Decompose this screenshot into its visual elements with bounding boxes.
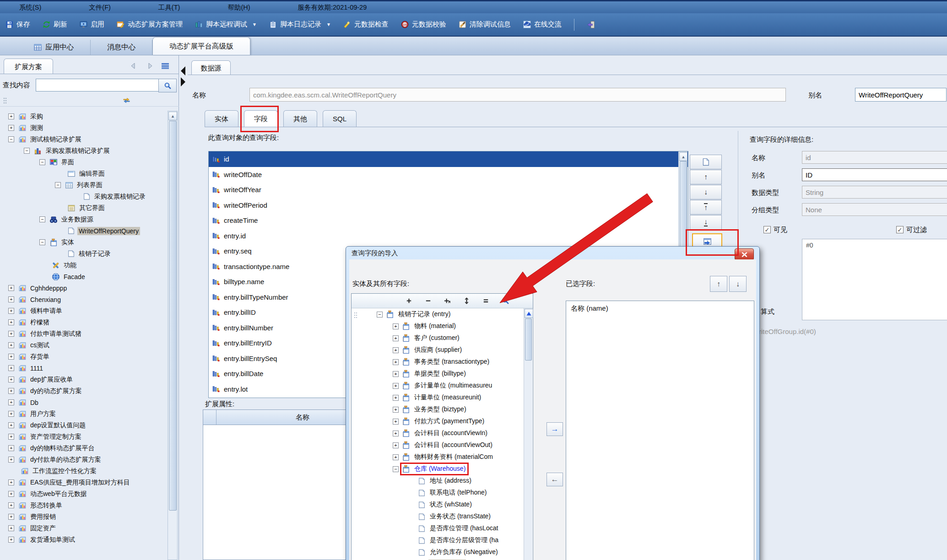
expand-icon[interactable]: + (8, 113, 14, 119)
entity-tree-item[interactable]: −核销子记录 (entry) (352, 308, 533, 320)
expand-icon[interactable]: + (8, 125, 14, 131)
expand-node-icon[interactable] (406, 297, 412, 304)
query-field-row[interactable]: entry.id (209, 228, 688, 244)
tree-item[interactable]: +动态web平台元数据 (1, 488, 168, 500)
expand-icon[interactable]: + (8, 491, 14, 497)
expand-icon[interactable]: + (8, 342, 14, 348)
expand-right-icon[interactable] (180, 77, 186, 87)
expand-icon[interactable]: + (8, 457, 14, 463)
entity-tree-item[interactable]: +物料 (material) (352, 320, 533, 332)
collapse-icon[interactable]: − (39, 159, 45, 165)
checkbox[interactable]: ✓ (763, 226, 771, 233)
scrollbar-thumb[interactable] (525, 318, 532, 361)
entity-tree-scrollbar[interactable] (524, 308, 532, 560)
dropdown-caret-icon[interactable]: ▼ (326, 22, 331, 27)
entity-tree-item[interactable]: +会计科目 (accountViewIn) (352, 427, 533, 439)
move-up-button[interactable]: ↑ (710, 276, 727, 292)
tree-item[interactable]: +资产管理定制方案 (1, 431, 168, 442)
tree-item[interactable]: +费用报销 (1, 511, 168, 522)
tree-item[interactable]: +Db (1, 397, 168, 408)
search-icon[interactable] (502, 297, 509, 305)
menu-item[interactable]: 工具(T) (158, 3, 180, 12)
list-menu-icon[interactable] (161, 63, 169, 70)
move-down-button[interactable]: ↓ (690, 185, 722, 199)
toolbar-button[interactable]: 脚本远程调试▼ (195, 20, 257, 29)
tree-item[interactable]: +dy付款单的动态扩展方案 (1, 454, 168, 465)
checkbox[interactable]: ✓ (896, 226, 904, 233)
toolbar-button[interactable]: 123元数据校验 (401, 20, 446, 29)
move-bottom-button[interactable]: ↓ (690, 215, 722, 230)
expand-icon[interactable]: + (8, 377, 14, 382)
collapse-icon[interactable]: − (8, 136, 14, 142)
tab-extension-scheme[interactable]: 扩展方案 (4, 59, 53, 74)
tree-item[interactable]: 工作流监控个性化方案 (1, 465, 168, 477)
move-top-button[interactable]: ↑ (690, 200, 722, 215)
expand-icon[interactable]: + (8, 434, 14, 440)
scroll-up-icon[interactable]: ▲ (168, 112, 177, 120)
expand-branch-icon[interactable] (444, 297, 451, 304)
toolbar-button[interactable]: 脚本日志记录▼ (269, 20, 331, 29)
tree-item[interactable]: +dy的物料动态扩展平台 (1, 442, 168, 454)
scroll-up-icon[interactable]: ▲ (679, 152, 687, 161)
tree-item[interactable]: +dep设置默认值问题 (1, 420, 168, 431)
expand-icon[interactable]: + (393, 407, 399, 413)
scroll-up-icon[interactable] (525, 309, 533, 318)
tree-item[interactable]: +测测 (1, 122, 168, 134)
tree-item[interactable]: +cs测试 (1, 339, 168, 351)
tree-item[interactable]: 编辑界面 (1, 168, 168, 179)
query-field-row[interactable]: createTime (209, 213, 688, 228)
remove-field-button[interactable]: ← (547, 473, 563, 486)
collapse-node-icon[interactable] (425, 297, 432, 304)
toolbar-button[interactable]: 清除调试信息 (459, 20, 511, 29)
dropdown-caret-icon[interactable]: ▼ (252, 22, 257, 27)
add-field-button[interactable]: → (547, 422, 563, 436)
expand-icon[interactable]: + (8, 502, 14, 508)
toolbar-button[interactable]: 保存 (5, 20, 30, 29)
expand-icon[interactable]: + (8, 445, 14, 451)
tree-item[interactable]: +形态转换单 (1, 500, 168, 511)
toolbar-button[interactable]: 元数据检查 (343, 20, 389, 29)
expand-all-icon[interactable] (463, 297, 470, 304)
expand-icon[interactable]: + (8, 411, 14, 417)
toolbar-button[interactable]: 动态扩展方案管理 (117, 20, 183, 29)
tree-item[interactable]: −测试核销记录扩展 (1, 134, 168, 145)
new-field-button[interactable] (690, 155, 722, 169)
tree-item[interactable]: +用户方案 (1, 408, 168, 420)
tree-item[interactable]: +EAS供应链_费用项目增加对方科目 (1, 477, 168, 488)
collapse-icon[interactable]: − (377, 312, 383, 318)
expand-icon[interactable]: + (8, 525, 14, 531)
expand-icon[interactable]: + (393, 335, 399, 341)
collapse-all-icon[interactable] (482, 297, 489, 304)
selected-field-row[interactable]: 名称 (name) (566, 301, 754, 313)
tree-item[interactable]: +dep扩展应收单 (1, 374, 168, 385)
sync-locate-icon[interactable] (123, 97, 130, 104)
sub-tab[interactable]: SQL (323, 110, 357, 127)
entity-tree-item[interactable]: +计量单位 (measureunit) (352, 392, 533, 404)
expand-icon[interactable]: + (393, 347, 399, 353)
entity-tree-item[interactable]: +会计科目 (accountViewOut) (352, 439, 533, 451)
expand-icon[interactable]: + (8, 514, 14, 520)
tree-item[interactable]: +发货通知单测试 (1, 534, 168, 545)
search-button[interactable] (158, 79, 177, 92)
toolbar-button[interactable]: 在线交流 (523, 20, 562, 29)
tree-item[interactable]: +1111 (1, 362, 168, 374)
entity-tree-item[interactable]: +物料财务资料 (materialCom (352, 451, 533, 463)
app-tab[interactable]: 动态扩展平台高级版 (152, 37, 250, 55)
tree-item[interactable]: +领料申请单 (1, 305, 168, 317)
tree-item[interactable]: +存货单 (1, 351, 168, 362)
expand-icon[interactable]: + (393, 323, 399, 329)
entity-tree-item[interactable]: 地址 (address) (352, 475, 533, 487)
expand-icon[interactable]: + (8, 331, 14, 337)
menu-item[interactable]: 帮助(H) (227, 3, 250, 12)
tree-item[interactable]: −界面 (1, 156, 168, 168)
collapse-icon[interactable]: − (393, 466, 399, 472)
query-field-row[interactable]: writeOffDate (209, 167, 688, 183)
tree-item[interactable]: +固定资产 (1, 522, 168, 534)
expand-icon[interactable]: + (393, 431, 399, 436)
tree-item[interactable]: −列表界面 (1, 179, 168, 191)
entity-tree-item[interactable]: +业务类型 (biztype) (352, 404, 533, 415)
tree-item[interactable]: +Chenxiang (1, 294, 168, 305)
expand-icon[interactable]: + (8, 308, 14, 314)
expand-icon[interactable]: + (393, 395, 399, 401)
search-input[interactable] (36, 79, 161, 92)
